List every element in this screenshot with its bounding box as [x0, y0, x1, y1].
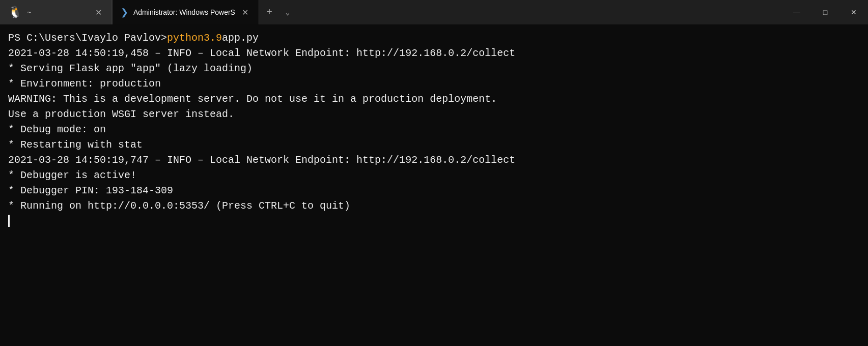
tab-active-label: Administrator: Windows PowerS: [133, 8, 235, 16]
output-line-6: * Restarting with stat: [8, 137, 860, 153]
output-line-3: WARNING: This is a development server. D…: [8, 92, 860, 107]
close-button[interactable]: ✕: [839, 0, 868, 24]
powershell-icon: ❯: [121, 7, 128, 18]
output-line-10: * Running on http://0.0.0.0:5353/ (Press…: [8, 198, 860, 214]
output-line-2: * Environment: production: [8, 76, 860, 92]
tab-inactive-label: ~: [27, 8, 88, 16]
cursor-line: [8, 214, 860, 229]
linux-icon: 🐧: [8, 6, 22, 19]
terminal-cursor: [8, 215, 10, 227]
new-tab-button[interactable]: +: [259, 0, 279, 24]
command-arg: app.py: [222, 31, 259, 46]
minimize-button[interactable]: —: [782, 0, 811, 24]
maximize-button[interactable]: □: [811, 0, 839, 24]
tab-active-close[interactable]: ✕: [240, 7, 250, 17]
output-line-8: * Debugger is active!: [8, 168, 860, 183]
command-line: PS C:\Users\Ivaylo Pavlov> python3.9 app…: [8, 31, 860, 46]
title-bar: 🐧 ~ ✕ ❯ Administrator: Windows PowerS ✕ …: [0, 0, 868, 24]
command-python: python3.9: [167, 31, 222, 46]
prompt: PS C:\Users\Ivaylo Pavlov>: [8, 31, 167, 46]
output-line-1: * Serving Flask app "app" (lazy loading): [8, 61, 860, 76]
output-line-0: 2021-03-28 14:50:19,458 – INFO – Local N…: [8, 46, 860, 61]
output-line-5: * Debug mode: on: [8, 122, 860, 137]
tab-inactive-close[interactable]: ✕: [93, 7, 103, 17]
output-line-7: 2021-03-28 14:50:19,747 – INFO – Local N…: [8, 153, 860, 168]
terminal-area[interactable]: PS C:\Users\Ivaylo Pavlov> python3.9 app…: [0, 24, 868, 346]
output-line-4: Use a production WSGI server instead.: [8, 107, 860, 122]
window-controls: — □ ✕: [782, 0, 868, 24]
tab-active[interactable]: ❯ Administrator: Windows PowerS ✕: [112, 0, 259, 24]
tab-inactive[interactable]: 🐧 ~ ✕: [0, 0, 112, 24]
output-line-9: * Debugger PIN: 193-184-309: [8, 183, 860, 198]
tab-dropdown-button[interactable]: ⌄: [279, 0, 296, 24]
